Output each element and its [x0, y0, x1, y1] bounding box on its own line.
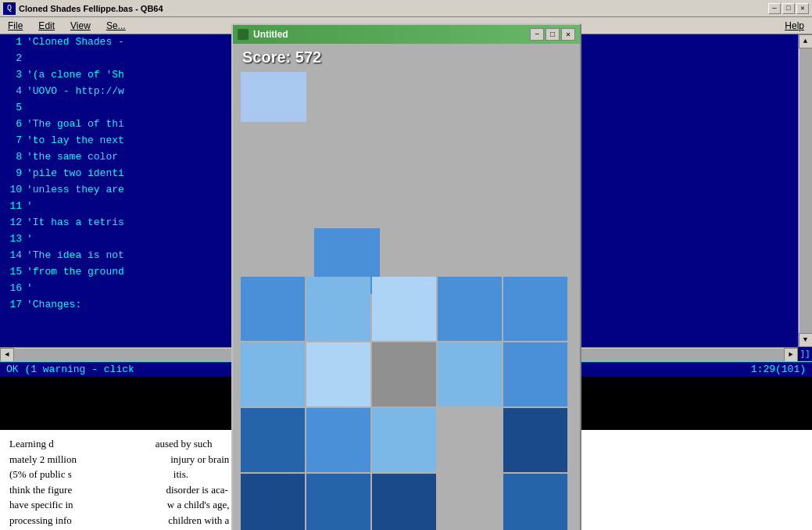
cursor-position: 1:29(101) [751, 363, 806, 375]
cell-r1c2 [306, 277, 370, 341]
cell-r2c3 [372, 342, 436, 406]
game-app-icon [238, 29, 249, 40]
qb64-maximize-button[interactable]: □ [782, 3, 795, 14]
cell-r2c1 [241, 342, 305, 406]
cell-r4c2 [306, 474, 370, 530]
scroll-indicator: ]] [798, 347, 812, 361]
cell-r1c4 [438, 277, 502, 341]
scroll-up-button[interactable]: ▲ [799, 34, 813, 48]
cell-r3c2 [306, 408, 370, 472]
cell-r2c5 [503, 342, 567, 406]
game-minimize-button[interactable]: − [530, 28, 544, 41]
qb64-app-icon: Q [3, 2, 16, 15]
game-title: Untitled [253, 29, 530, 40]
game-maximize-button[interactable]: □ [546, 28, 560, 41]
cell-r3c4 [438, 408, 502, 472]
scroll-down-button[interactable]: ▼ [799, 333, 813, 347]
qb64-window-buttons: ─ □ ✕ [768, 3, 809, 14]
cell-r1c1 [241, 277, 305, 341]
game-window[interactable]: Untitled − □ ✕ Score: 572 [231, 23, 581, 530]
cell-r3c5 [503, 408, 567, 472]
cell-r4c1 [241, 474, 305, 530]
cell-r4c4 [438, 474, 502, 530]
qb64-titlebar: Q Cloned Shades Fellippe.bas - QB64 ─ □ … [0, 0, 812, 17]
game-close-button[interactable]: ✕ [561, 28, 575, 41]
cell-r3c3 [372, 408, 436, 472]
scroll-right-button[interactable]: ► [784, 348, 798, 362]
cell-r4c3 [372, 474, 436, 530]
cell-r2c4 [438, 342, 502, 406]
game-window-buttons: − □ ✕ [530, 28, 575, 41]
menu-file[interactable]: File [3, 19, 27, 33]
preview-block [241, 72, 306, 122]
menu-view[interactable]: View [66, 19, 95, 33]
cell-r1c5 [503, 277, 567, 341]
game-score: Score: 572 [233, 44, 580, 71]
editor-scrollbar-right[interactable]: ▲ ▼ [798, 34, 812, 347]
cell-r2c2 [306, 342, 370, 406]
cell-r4c5 [503, 474, 567, 530]
scrollbar-track-v[interactable] [799, 48, 812, 333]
cell-r3c1 [241, 408, 305, 472]
menu-help[interactable]: Help [780, 19, 809, 33]
qb64-title: Cloned Shades Fellippe.bas - QB64 [19, 4, 768, 13]
game-titlebar: Untitled − □ ✕ [233, 25, 580, 44]
menu-se[interactable]: Se... [102, 19, 131, 33]
qb64-close-button[interactable]: ✕ [796, 3, 809, 14]
cell-r1c3 [372, 277, 436, 341]
menu-edit[interactable]: Edit [34, 19, 59, 33]
game-grid [241, 277, 575, 530]
scroll-left-button[interactable]: ◄ [0, 348, 14, 362]
qb64-minimize-button[interactable]: ─ [768, 3, 781, 14]
